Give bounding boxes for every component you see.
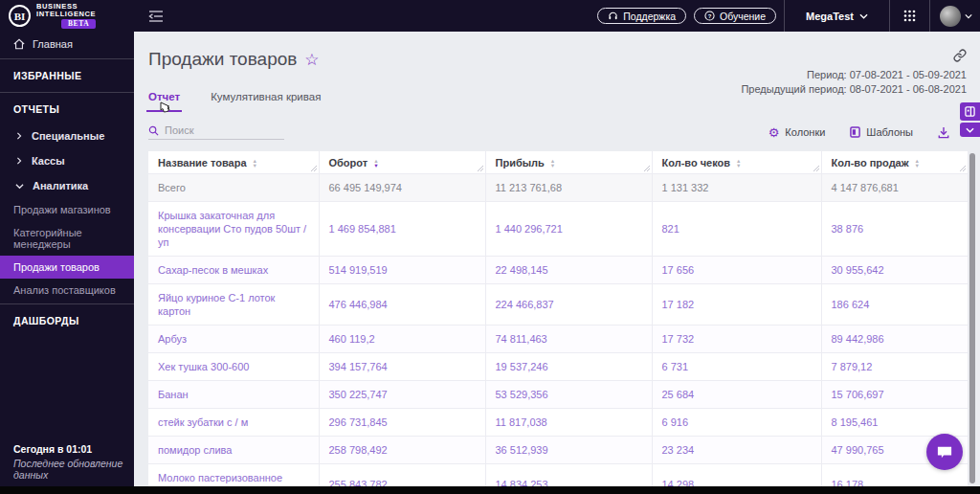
workspace-selector[interactable]: MegaTest	[785, 0, 889, 32]
table-row: Арбуз460 119,274 811,46317 73289 442,986	[148, 326, 968, 353]
chevron-right-icon	[15, 132, 23, 140]
cell-product-name[interactable]: Арбуз	[148, 326, 319, 353]
table-row: Хек тушка 300-600394 157,76419 537,2466 …	[148, 353, 968, 381]
products-table: Название товара▲▼Оборот▲▼Прибыль▲▼Кол-во…	[148, 151, 969, 494]
cell-value: 6 731	[652, 353, 821, 381]
svg-text:?: ?	[708, 13, 712, 19]
cell-value: 186 624	[821, 284, 968, 326]
workspace-label: MegaTest	[806, 11, 854, 22]
support-label: Поддержка	[623, 11, 676, 22]
cell-product-name: Всего	[148, 174, 319, 202]
sidebar-divider	[0, 303, 134, 304]
sidebar-item-product-sales[interactable]: Продажи товаров	[0, 256, 134, 279]
tabs-bar: Отчет Кумулятивная кривая	[148, 91, 967, 112]
cell-value: 11 213 761,68	[485, 174, 652, 202]
column-header[interactable]: Прибыль▲▼	[485, 151, 652, 174]
vertical-scrollbar[interactable]	[969, 153, 975, 483]
column-resize-handle[interactable]	[812, 164, 819, 171]
table-row: Яйцо куриное С-1 лоток картон476 446,984…	[148, 284, 968, 326]
sidebar-item-category-managers[interactable]: Категорийные менеджеры	[0, 221, 134, 256]
report-panel-button[interactable]	[960, 102, 980, 121]
apps-grid-button[interactable]	[890, 0, 929, 32]
chat-bubble-icon	[936, 444, 953, 460]
chat-fab-button[interactable]	[926, 434, 963, 470]
cell-product-name[interactable]: Яйцо куриное С-1 лоток картон	[148, 284, 319, 326]
sidebar-section-dashboards: ДАШБОРДЫ	[0, 306, 134, 335]
user-menu[interactable]	[930, 0, 980, 32]
cell-value: 394 157,764	[319, 353, 485, 381]
search-box	[148, 124, 284, 140]
cell-product-name[interactable]: стейк зубатки с / м	[148, 409, 319, 437]
column-header[interactable]: Название товара▲▼	[148, 151, 319, 174]
column-resize-handle[interactable]	[309, 164, 317, 171]
column-resize-handle[interactable]	[642, 164, 650, 171]
search-input[interactable]	[165, 124, 270, 136]
table-toolbar: ⚙ Колонки Шаблоны	[148, 120, 967, 145]
period-current: Период: 07-08-2021 - 05-09-2021	[741, 68, 967, 82]
gear-icon: ⚙	[768, 126, 780, 139]
training-label: Обучение	[720, 11, 766, 22]
cell-value: 7 879,12	[821, 353, 968, 381]
page-title: Продажи товаров	[148, 49, 297, 70]
table-row: помидор слива258 798,49236 512,93923 234…	[148, 437, 968, 464]
tab-report[interactable]: Отчет	[148, 91, 180, 112]
column-label: Название товара	[158, 157, 247, 168]
sidebar-group-cash-registers[interactable]: Кассы	[0, 148, 134, 173]
menu-fold-icon	[148, 10, 164, 23]
home-icon	[13, 38, 25, 50]
user-avatar	[940, 6, 961, 27]
cell-product-name[interactable]: Крышка закаточная для консервации Сто пу…	[148, 202, 319, 257]
cell-value: 17 656	[652, 257, 821, 284]
column-label: Прибыль	[496, 157, 545, 168]
table-row: стейк зубатки с / м296 731,84511 817,038…	[148, 409, 968, 437]
column-header[interactable]: Оборот▲▼	[319, 151, 485, 174]
toolbar-right: ⚙ Колонки Шаблоны	[768, 126, 967, 139]
column-resize-handle[interactable]	[476, 164, 483, 171]
templates-label: Шаблоны	[866, 126, 913, 138]
collapse-panel-button[interactable]	[960, 123, 980, 137]
cell-value: 53 529,356	[485, 381, 652, 409]
cell-value: 30 955,642	[821, 257, 968, 284]
table-row: Крышка закаточная для консервации Сто пу…	[148, 202, 968, 257]
column-header[interactable]: Кол-во чеков▲▼	[652, 151, 821, 174]
share-link-icon[interactable]	[953, 49, 967, 66]
chevron-right-icon	[15, 157, 23, 165]
app-window: BI BUSINESS INTELLIGENCE BETA Поддержка	[0, 0, 980, 494]
cell-product-name[interactable]: Сахар-песок в мешках	[148, 257, 319, 284]
sidebar: ГлавнаяИЗБРАННЫЕОТЧЕТЫСпециальныеКассыАн…	[0, 32, 134, 486]
cell-value: 258 798,492	[319, 437, 485, 464]
cell-product-name[interactable]: Хек тушка 300-600	[148, 353, 319, 381]
cell-value: 821	[652, 202, 821, 257]
columns-button[interactable]: ⚙ Колонки	[768, 126, 826, 139]
export-button[interactable]	[938, 126, 949, 139]
sidebar-item-store-sales[interactable]: Продажи магазинов	[0, 198, 134, 221]
chevron-down-icon	[966, 127, 974, 133]
training-button[interactable]: ? Обучение	[694, 8, 776, 24]
sidebar-item-supplier-analysis[interactable]: Анализ поставщиков	[0, 279, 134, 302]
sidebar-footer: Сегодня в 01:01 Последнее обновление дан…	[13, 443, 128, 481]
sidebar-group-analytics[interactable]: Аналитика	[0, 173, 134, 198]
cell-product-name[interactable]: Банан	[148, 381, 319, 409]
panel-icon	[965, 106, 975, 117]
cell-product-name[interactable]: помидор слива	[148, 437, 319, 464]
cell-value: 17 732	[652, 326, 821, 353]
column-header[interactable]: Кол-во продаж▲▼	[821, 151, 968, 174]
cell-value: 23 234	[652, 437, 821, 464]
column-label: Кол-во чеков	[662, 157, 731, 168]
sort-icon: ▲▼	[373, 159, 378, 168]
tab-cumulative-curve[interactable]: Кумулятивная кривая	[211, 91, 321, 112]
sidebar-section-reports: ОТЧЕТЫ	[0, 95, 134, 124]
templates-button[interactable]: Шаблоны	[850, 126, 913, 138]
cell-value: 224 466,837	[485, 284, 652, 326]
column-label: Оборот	[329, 157, 368, 168]
bottom-strip	[0, 486, 980, 494]
favorite-star-icon[interactable]: ☆	[304, 52, 319, 68]
support-button[interactable]: Поддержка	[597, 8, 686, 24]
cell-value: 350 225,747	[319, 381, 485, 409]
headset-icon	[608, 11, 618, 21]
sidebar-item-home[interactable]: Главная	[0, 32, 134, 56]
template-icon	[850, 126, 860, 138]
sidebar-collapse-button[interactable]	[148, 10, 164, 23]
sidebar-group-special[interactable]: Специальные	[0, 124, 134, 148]
column-resize-handle[interactable]	[958, 164, 966, 171]
